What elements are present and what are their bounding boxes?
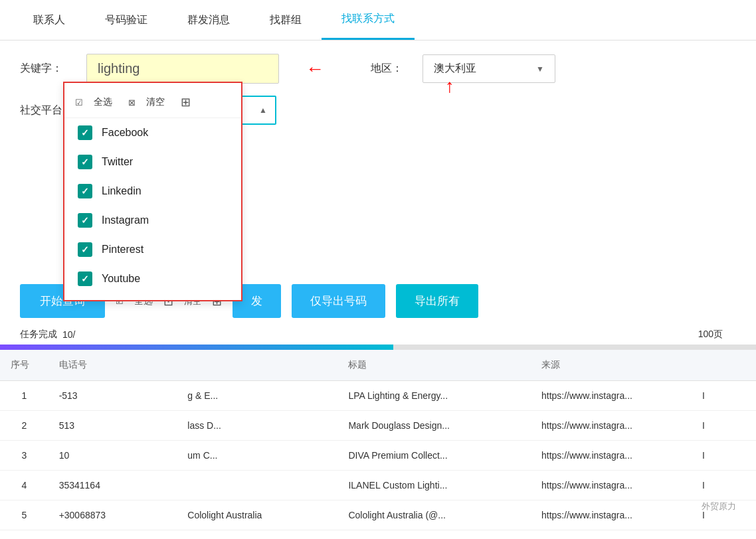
- dropdown-item-twitter[interactable]: Twitter: [64, 147, 241, 177]
- region-dropdown-icon: ▼: [536, 64, 544, 74]
- dropdown-item-pinterest[interactable]: Pinterest: [64, 235, 241, 264]
- dropdown-item-facebook[interactable]: Facebook: [64, 118, 241, 147]
- keyword-input[interactable]: [86, 54, 279, 84]
- col-header-num: 序号: [0, 350, 48, 381]
- table-row[interactable]: 2 513 lass D... Mark Douglass Design... …: [0, 411, 756, 441]
- cell-phone: +10266855080: [48, 530, 177, 540]
- dropdown-check-icon: ☑: [75, 98, 83, 108]
- table-row[interactable]: 6 +10266855080 Byron Bay Lightin... Byro…: [0, 530, 756, 540]
- table-row[interactable]: 5 +30068873 Cololight Australia Cololigh…: [0, 501, 756, 530]
- cell-title: Cololight Australia (@...: [337, 501, 531, 530]
- cell-name: [177, 471, 337, 501]
- cell-num: 6: [0, 530, 48, 540]
- cell-name: g & E...: [177, 381, 337, 411]
- watermark: 外贸原力: [702, 501, 736, 512]
- cell-title: ILANEL Custom Lighti...: [337, 471, 531, 501]
- progress-bar: [0, 345, 756, 350]
- cell-phone: 513: [48, 411, 177, 441]
- cell-phone: 10: [48, 441, 177, 471]
- arrow-right-icon: ←: [306, 58, 324, 80]
- cell-last: I: [692, 530, 756, 540]
- dropdown-clear-icon: ⊠: [128, 98, 136, 108]
- col-header-title: 标题: [337, 350, 531, 381]
- cell-title: DIVA Premium Collect...: [337, 441, 531, 471]
- select-all-btn[interactable]: 全选: [90, 95, 116, 110]
- nav-item-contacts[interactable]: 联系人: [13, 1, 85, 39]
- cell-name: Byron Bay Lightin...: [177, 530, 337, 540]
- keyword-label: 关键字：: [20, 62, 66, 76]
- instagram-label: Instagram: [102, 214, 149, 226]
- data-table: 序号 电话号 标题 来源 1 -513 g & E... LPA Lightin…: [0, 350, 756, 539]
- cell-phone: -513: [48, 381, 177, 411]
- dropdown-item-linkedin[interactable]: Linkedin: [64, 177, 241, 206]
- cell-source[interactable]: https://www.instagra...: [531, 411, 692, 441]
- linkedin-checkbox[interactable]: [78, 184, 92, 198]
- progress-fill: [0, 345, 393, 350]
- table-row[interactable]: 3 10 um C... DIVA Premium Collect... htt…: [0, 441, 756, 471]
- table-header-row: 序号 电话号 标题 来源: [0, 350, 756, 381]
- platform-arrow-icon: ▲: [259, 106, 267, 115]
- col-header-phone: 电话号: [48, 350, 177, 381]
- cell-num: 1: [0, 381, 48, 411]
- facebook-checkbox[interactable]: [78, 125, 92, 140]
- grid-icon: ⊞: [181, 95, 191, 110]
- cell-source[interactable]: https://www.instagra...: [531, 381, 692, 411]
- pinterest-label: Pinterest: [102, 244, 143, 256]
- youtube-label: Youtube: [102, 273, 140, 285]
- clear-btn[interactable]: 清空: [142, 95, 169, 110]
- youtube-checkbox[interactable]: [78, 271, 92, 286]
- form-row-1: 关键字： ← 地区： 澳大利亚 ▼: [20, 54, 736, 84]
- task-value: 10/: [62, 329, 75, 340]
- export-num-button[interactable]: 仅导出号码: [292, 284, 385, 318]
- cell-last: I: [692, 411, 756, 441]
- cell-phone: +30068873: [48, 501, 177, 530]
- twitter-checkbox[interactable]: [78, 155, 92, 169]
- cell-name: lass D...: [177, 411, 337, 441]
- cell-title: Byron Bay Lighting (@...: [337, 530, 531, 540]
- export-all-button[interactable]: 导出所有: [396, 284, 478, 318]
- cell-last: I: [692, 441, 756, 471]
- region-value: 澳大利亚: [434, 62, 476, 76]
- table-row[interactable]: 4 35341164 ILANEL Custom Lighti... https…: [0, 471, 756, 501]
- dropdown-item-instagram[interactable]: Instagram: [64, 206, 241, 235]
- facebook-label: Facebook: [102, 127, 148, 139]
- table-row[interactable]: 1 -513 g & E... LPA Lighting & Energy...…: [0, 381, 756, 411]
- instagram-checkbox[interactable]: [78, 213, 92, 228]
- cell-last: I: [692, 381, 756, 411]
- cell-source[interactable]: https://www.instagra...: [531, 471, 692, 501]
- cell-name: um C...: [177, 441, 337, 471]
- twitter-label: Twitter: [102, 156, 133, 168]
- region-label: 地区：: [371, 62, 403, 76]
- nav-item-findgroup[interactable]: 找群组: [250, 1, 322, 39]
- cell-name: Cololight Australia: [177, 501, 337, 530]
- table-wrap: 序号 电话号 标题 来源 1 -513 g & E... LPA Lightin…: [0, 350, 756, 539]
- task-bar: 任务完成 10/ 100页: [0, 325, 756, 345]
- form-area: 关键字： ← 地区： 澳大利亚 ▼ 社交平台： Instagram ✕ + 5 …: [0, 40, 756, 131]
- nav-item-verify[interactable]: 号码验证: [85, 1, 167, 39]
- col-header-last: [692, 350, 756, 381]
- nav-bar: 联系人 号码验证 群发消息 找群组 找联系方式: [0, 0, 756, 40]
- cell-title: LPA Lighting & Energy...: [337, 381, 531, 411]
- cell-title: Mark Douglass Design...: [337, 411, 531, 441]
- cell-last: I: [692, 471, 756, 501]
- cell-num: 3: [0, 441, 48, 471]
- cell-num: 5: [0, 501, 48, 530]
- page-count: 100页: [698, 329, 736, 341]
- cell-source[interactable]: https://ww...instagr...: [531, 530, 692, 540]
- col-header-name: [177, 350, 337, 381]
- cell-phone: 35341164: [48, 471, 177, 501]
- nav-item-broadcast[interactable]: 群发消息: [167, 1, 250, 39]
- cell-num: 4: [0, 471, 48, 501]
- task-label: 任务完成: [20, 329, 57, 341]
- dropdown-item-youtube[interactable]: Youtube: [64, 264, 241, 293]
- cell-source[interactable]: https://www.instagra...: [531, 501, 692, 530]
- cell-num: 2: [0, 411, 48, 441]
- pinterest-checkbox[interactable]: [78, 242, 92, 257]
- arrow-up-icon: ↑: [445, 76, 454, 97]
- col-header-source: 来源: [531, 350, 692, 381]
- nav-item-findcontact[interactable]: 找联系方式: [322, 0, 415, 40]
- cell-source[interactable]: https://www.instagra...: [531, 441, 692, 471]
- dropdown-header: ☑ 全选 ⊠ 清空 ⊞: [64, 90, 241, 118]
- region-select[interactable]: 澳大利亚 ▼: [423, 54, 555, 83]
- linkedin-label: Linkedin: [102, 185, 142, 197]
